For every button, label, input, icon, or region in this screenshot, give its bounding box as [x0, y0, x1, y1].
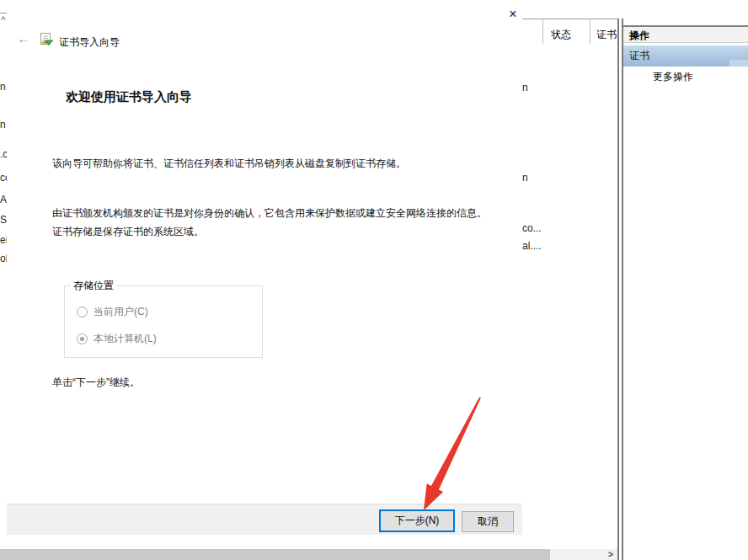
hscrollbar-right-arrow-icon[interactable]: >: [604, 549, 617, 560]
column-separator: [590, 19, 590, 44]
wizard-footer: 下一步(N) 取消: [7, 504, 522, 535]
radio-current-user[interactable]: 当前用户(C): [77, 305, 148, 318]
radio-checked-icon: [77, 333, 88, 344]
actions-pane-header: 操作: [623, 25, 748, 43]
clipped-list-text: n: [522, 82, 528, 93]
selection-corner: [729, 60, 748, 67]
radio-local-machine[interactable]: 本地计算机(L): [77, 332, 157, 345]
column-header-status[interactable]: 状态: [551, 28, 571, 42]
radio-label: 当前用户(C): [94, 305, 148, 319]
radio-label: 本地计算机(L): [94, 332, 157, 346]
column-header-certificate[interactable]: 证书: [596, 28, 617, 42]
store-location-label: 存储位置: [70, 279, 117, 293]
clipped-list-text: al....: [522, 240, 542, 252]
collapse-chevron-icon: ^: [1, 14, 6, 26]
clipped-list-text: co...: [522, 222, 542, 234]
next-button[interactable]: 下一步(N): [379, 509, 455, 532]
more-actions-item[interactable]: 更多操作: [653, 70, 693, 84]
wizard-title: 证书导入向导: [59, 35, 120, 50]
clipped-list-text: n: [522, 172, 528, 184]
list-header-border: [521, 19, 618, 19]
actions-selected-label: 证书: [629, 50, 649, 61]
wizard-heading: 欢迎使用证书导入向导: [66, 89, 192, 105]
hscrollbar-thumb[interactable]: [0, 549, 550, 560]
actions-selected-item[interactable]: 证书: [623, 45, 748, 67]
wizard-hint-text: 单击“下一步”继续。: [52, 376, 140, 390]
store-location-groupbox: 存储位置 当前用户(C) 本地计算机(L): [64, 285, 263, 358]
certificate-import-wizard-dialog: × ← 证书导入向导 欢迎使用证书导入向导 该向导可帮助你将证书、证书信任列表和…: [7, 0, 522, 535]
wizard-description-text: 由证书颁发机构颁发的证书是对你身份的确认，它包含用来保护数据或建立安全网络连接的…: [52, 204, 494, 241]
actions-pane: 操作 证书 更多操作: [623, 25, 748, 560]
screen: ^ n.c n .c co A I SA ei ol n n co... al.…: [0, 0, 748, 560]
pane-separator[interactable]: [617, 19, 623, 560]
radio-icon: [77, 307, 88, 317]
cancel-button[interactable]: 取消: [462, 511, 514, 532]
wizard-intro-text: 该向导可帮助你将证书、证书信任列表和证书吊销列表从磁盘复制到证书存储。: [52, 157, 406, 171]
close-icon[interactable]: ×: [504, 5, 522, 24]
back-arrow-icon[interactable]: ←: [15, 30, 32, 47]
column-separator: [542, 19, 543, 44]
clipped-list-text: n: [0, 119, 6, 131]
certificate-import-icon: [39, 32, 54, 47]
